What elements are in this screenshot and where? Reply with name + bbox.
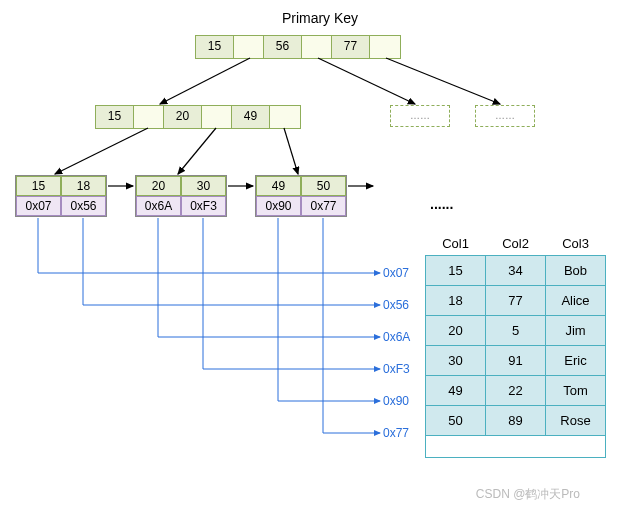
mid-key-0: 15	[96, 106, 134, 128]
root-key-2: 77	[332, 36, 370, 58]
table-row: 20 5 Jim	[426, 316, 606, 346]
table-header-row: Col1 Col2 Col3	[426, 232, 606, 256]
ptr-label-2: 0x6A	[383, 330, 410, 344]
root-ptr-1	[302, 36, 332, 58]
root-ptr-0	[234, 36, 264, 58]
svg-line-3	[55, 128, 148, 174]
leaf2-ptr-1: 0x77	[301, 196, 346, 216]
ptr-label-5: 0x77	[383, 426, 409, 440]
leaf-node-0: 15 18 0x07 0x56	[15, 175, 107, 217]
table-row: 15 34 Bob	[426, 256, 606, 286]
svg-line-0	[160, 58, 250, 104]
leaf2-key-1: 50	[301, 176, 346, 196]
mid-ptr-1	[202, 106, 232, 128]
col-header-1: Col2	[486, 232, 546, 256]
watermark: CSDN @鹤冲天Pro	[476, 486, 580, 503]
svg-line-5	[284, 128, 298, 174]
leaf0-key-1: 18	[61, 176, 106, 196]
leaf-node-2: 49 50 0x90 0x77	[255, 175, 347, 217]
leaf1-ptr-0: 0x6A	[136, 196, 181, 216]
col-header-2: Col3	[546, 232, 606, 256]
col-header-0: Col1	[426, 232, 486, 256]
leaf-ellipsis: ······	[430, 200, 453, 216]
table-row: 30 91 Eric	[426, 346, 606, 376]
leaf1-key-1: 30	[181, 176, 226, 196]
ghost-node-1: ……	[390, 105, 450, 127]
svg-line-2	[386, 58, 500, 104]
mid-node: 15 20 49	[95, 105, 301, 129]
leaf2-ptr-0: 0x90	[256, 196, 301, 216]
table-row: 50 89 Rose	[426, 406, 606, 436]
ptr-label-0: 0x07	[383, 266, 409, 280]
mid-key-1: 20	[164, 106, 202, 128]
data-table: Col1 Col2 Col3 15 34 Bob 18 77 Alice 20 …	[425, 232, 606, 458]
ptr-label-1: 0x56	[383, 298, 409, 312]
leaf1-key-0: 20	[136, 176, 181, 196]
ptr-label-4: 0x90	[383, 394, 409, 408]
mid-ptr-0	[134, 106, 164, 128]
leaf0-ptr-1: 0x56	[61, 196, 106, 216]
leaf0-key-0: 15	[16, 176, 61, 196]
root-key-0: 15	[196, 36, 234, 58]
svg-line-1	[318, 58, 415, 104]
table-row: 18 77 Alice	[426, 286, 606, 316]
leaf1-ptr-1: 0xF3	[181, 196, 226, 216]
root-node: 15 56 77	[195, 35, 401, 59]
svg-line-4	[178, 128, 216, 174]
ghost-node-2: ……	[475, 105, 535, 127]
leaf0-ptr-0: 0x07	[16, 196, 61, 216]
leaf2-key-0: 49	[256, 176, 301, 196]
ptr-label-3: 0xF3	[383, 362, 410, 376]
table-empty-row	[426, 436, 606, 458]
mid-ptr-2	[270, 106, 300, 128]
mid-key-2: 49	[232, 106, 270, 128]
diagram-title: Primary Key	[0, 10, 640, 26]
table-row: 49 22 Tom	[426, 376, 606, 406]
leaf-node-1: 20 30 0x6A 0xF3	[135, 175, 227, 217]
root-ptr-2	[370, 36, 400, 58]
root-key-1: 56	[264, 36, 302, 58]
